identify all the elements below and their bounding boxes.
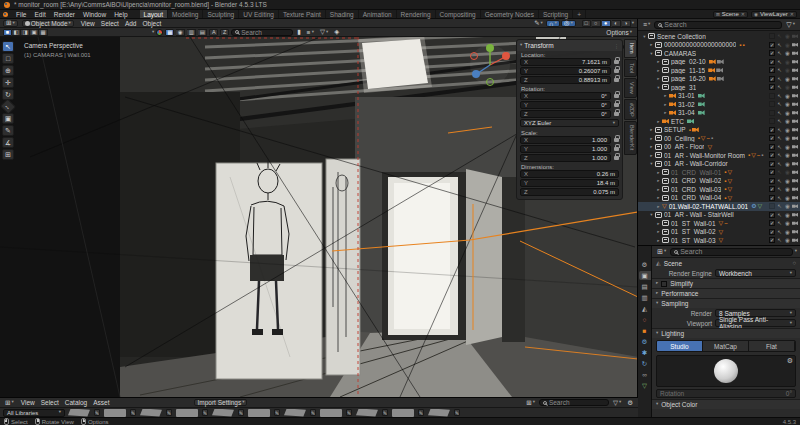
render-toggle-icon[interactable] <box>792 51 798 55</box>
asset-thumbnail[interactable] <box>212 409 234 417</box>
outliner-row[interactable]: ▸01_ST_Wall-03▽✓↖◉ <box>638 236 800 245</box>
transform-field-y[interactable]: Y1.000 <box>520 145 611 153</box>
outliner-row[interactable]: ▸01_CRD_Wall-01▪▽✓↖◉ <box>638 168 800 177</box>
checkbox-icon[interactable]: ✓ <box>769 237 775 243</box>
snap-button[interactable]: ∩▾ <box>546 20 560 27</box>
lock-icon[interactable] <box>614 103 619 107</box>
viewport-menu-view[interactable]: View <box>78 20 98 27</box>
workspace-tab-animation[interactable]: Animation <box>359 10 397 18</box>
eye-toggle-icon[interactable]: ◉ <box>784 229 791 235</box>
lock-icon[interactable] <box>614 138 619 142</box>
viewport-menu-object[interactable]: Object <box>139 20 164 27</box>
rotation-slider[interactable]: Rotation 0° <box>656 389 796 398</box>
asset-thumbnail[interactable] <box>284 409 306 417</box>
import-settings-button[interactable]: Import Settings▾ <box>194 399 247 406</box>
asset-thumbnail[interactable] <box>248 409 270 417</box>
eye-toggle-icon[interactable]: ◉ <box>784 50 791 56</box>
outliner-row[interactable]: ▸page_02-10✓↖◉ <box>638 58 800 67</box>
transform-field-x[interactable]: X7.1621 m <box>520 58 611 66</box>
lock-icon[interactable] <box>614 147 619 151</box>
outliner-row[interactable]: ▾CAMARAS✓↖◉ <box>638 49 800 58</box>
properties-tab-particles[interactable]: ✱ <box>639 348 651 357</box>
viewport-menu-select[interactable]: Select <box>98 20 122 27</box>
expand-icon[interactable]: ▸ <box>662 93 669 98</box>
expand-icon[interactable]: ▸ <box>662 102 669 107</box>
eye-toggle-icon[interactable]: ◉ <box>784 186 791 192</box>
outliner-row[interactable]: ▸00_AR - Floor▽✓↖◉ <box>638 143 800 152</box>
render-toggle-icon[interactable] <box>792 153 798 157</box>
render-toggle-icon[interactable] <box>792 204 798 208</box>
tool-transform[interactable]: ▣ <box>2 113 14 124</box>
transform-field-z[interactable]: Z0° <box>520 110 611 118</box>
menu-help[interactable]: Help <box>110 11 131 18</box>
bookmark-icon[interactable]: ▮ <box>295 29 303 36</box>
outliner-row[interactable]: ▸page_16-20✓↖◉ <box>638 75 800 84</box>
expand-icon[interactable]: ▸ <box>655 187 662 192</box>
workspace-tab-compositing[interactable]: Compositing <box>436 10 481 18</box>
pointer-toggle-icon[interactable]: ↖ <box>776 186 783 192</box>
transform-field-x[interactable]: X0° <box>520 92 611 100</box>
checkbox-icon[interactable]: ✓ <box>769 178 775 184</box>
render-toggle-icon[interactable] <box>792 111 798 115</box>
letter-z-toggle[interactable]: Z <box>220 29 229 36</box>
checkbox-icon[interactable]: ✓ <box>769 169 775 175</box>
editor-type-button[interactable]: ⊞▾ <box>3 20 18 27</box>
properties-tab-modifiers[interactable]: ⚙ <box>639 337 651 346</box>
expand-icon[interactable]: ▸ <box>655 238 662 243</box>
lock-icon[interactable] <box>614 78 619 82</box>
sidebar-tab-view[interactable]: View <box>624 78 637 98</box>
expand-icon[interactable]: ▾ <box>655 85 662 90</box>
render-toggle-icon[interactable] <box>792 85 798 89</box>
viewlayer-selector[interactable]: ◉ ViewLayer ✕ <box>751 11 797 18</box>
panel-object-color[interactable]: ▾ Object Color <box>652 399 800 409</box>
gear-icon[interactable]: ⚙ <box>787 357 793 365</box>
render-toggle-icon[interactable] <box>792 187 798 191</box>
select-mode-extend-button[interactable]: ◧ <box>12 29 21 36</box>
lock-icon[interactable] <box>614 94 619 98</box>
outliner-row[interactable]: ▸01_CRD_Wall-04▪▽✓↖◉ <box>638 194 800 203</box>
expand-icon[interactable]: ▸ <box>648 42 655 47</box>
outliner-row[interactable]: ▸00_Ceiling▪▽~▪✓↖◉ <box>638 134 800 143</box>
sidebar-tab-tool[interactable]: Tool <box>624 59 637 77</box>
pointer-toggle-icon[interactable]: ↖ <box>776 50 783 56</box>
lighting-tab-flat[interactable]: Flat <box>749 341 795 351</box>
render-toggle-icon[interactable] <box>792 102 798 106</box>
asset-thumbnail[interactable] <box>356 409 378 417</box>
eye-toggle-icon[interactable]: ◉ <box>784 101 791 107</box>
expand-icon[interactable]: ▾ <box>648 161 655 166</box>
eye-toggle-icon[interactable]: ◉ <box>784 118 791 124</box>
checkbox-icon[interactable]: ✓ <box>769 59 775 65</box>
expand-icon[interactable]: ▸ <box>648 136 655 141</box>
pointer-toggle-icon[interactable]: ↖ <box>776 93 783 99</box>
asset-menu-select[interactable]: Select <box>38 399 62 406</box>
checkbox-icon[interactable]: ✓ <box>769 127 775 133</box>
render-toggle-icon[interactable] <box>792 94 798 98</box>
workspace-tab-uv-editing[interactable]: UV Editing <box>239 10 279 18</box>
outliner-row[interactable]: ▾Scene Collection↖◉ <box>638 32 800 41</box>
render-toggle-icon[interactable] <box>792 179 798 183</box>
lock-icon[interactable] <box>614 69 619 73</box>
eye-toggle-icon[interactable]: ◉ <box>784 152 791 158</box>
letter-a-toggle[interactable]: A <box>209 29 218 36</box>
checkbox-icon[interactable]: ✓ <box>769 220 775 226</box>
expand-icon[interactable]: ▾ <box>641 34 648 39</box>
studiolight-preview[interactable]: ⚙ <box>656 355 796 387</box>
panel-sampling[interactable]: ▾ Sampling <box>652 298 800 308</box>
render-toggle-icon[interactable] <box>792 221 798 225</box>
lock-icon[interactable] <box>614 60 619 64</box>
shading-solid-button[interactable]: ● <box>602 20 611 27</box>
xray-toggle[interactable]: □ <box>582 20 591 27</box>
options-button[interactable]: Options▾ <box>604 29 634 36</box>
render-toggle-icon[interactable] <box>792 230 798 234</box>
select-mode-intersect-button[interactable]: ▦ <box>39 29 48 36</box>
checkbox-icon[interactable]: ✓ <box>769 186 775 192</box>
eye-toggle-icon[interactable]: ◉ <box>784 110 791 116</box>
tool-cursor[interactable]: ⊕ <box>2 65 14 76</box>
pointer-toggle-icon[interactable]: ↖ <box>776 110 783 116</box>
annotate-dropdown[interactable]: ✎▾ <box>532 20 545 27</box>
render-toggle-icon[interactable] <box>792 136 798 140</box>
sidebar-tab--2dp[interactable]: #2DP <box>624 99 637 121</box>
checkbox-icon[interactable]: ✓ <box>769 50 775 56</box>
transform-field-x[interactable]: X0.26 m <box>520 170 619 178</box>
eye-toggle-icon[interactable]: ◉ <box>784 237 791 243</box>
